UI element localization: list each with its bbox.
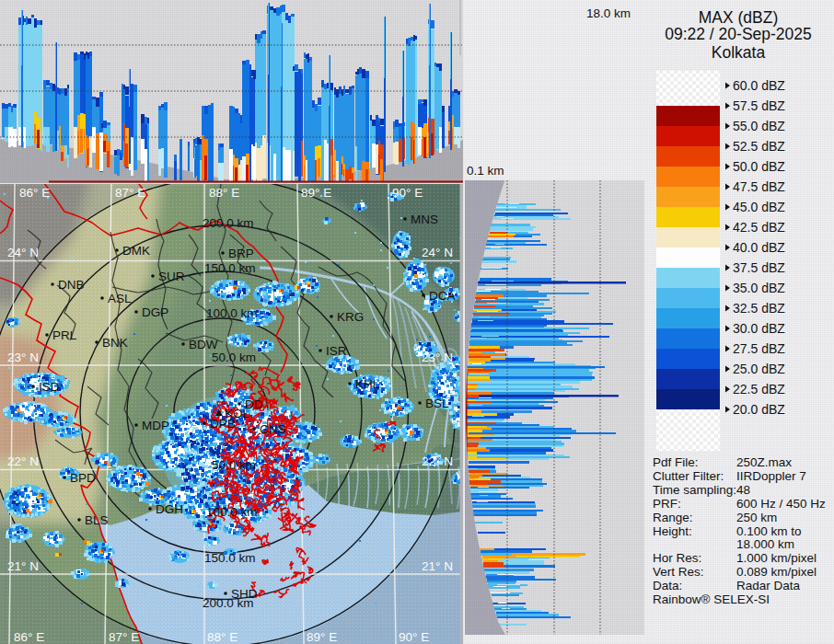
- svg-text:CNS: CNS: [260, 422, 286, 436]
- svg-text:42.5 dBZ: 42.5 dBZ: [733, 220, 785, 235]
- svg-text:30.0 dBZ: 30.0 dBZ: [733, 321, 785, 336]
- svg-text:22.5 dBZ: 22.5 dBZ: [733, 382, 785, 397]
- svg-text:Pdf File:: Pdf File:: [653, 455, 699, 469]
- svg-text:DGP: DGP: [142, 305, 168, 319]
- svg-text:57.5 dBZ: 57.5 dBZ: [733, 98, 785, 113]
- svg-text:Radar Data: Radar Data: [736, 579, 801, 592]
- svg-text:MNS: MNS: [411, 213, 438, 226]
- svg-text:MAX (dBZ): MAX (dBZ): [699, 8, 779, 27]
- svg-text:100.0 km: 100.0 km: [206, 505, 258, 519]
- svg-text:24° N: 24° N: [422, 246, 453, 259]
- svg-text:27.5 dBZ: 27.5 dBZ: [733, 341, 785, 356]
- svg-text:47.5 dBZ: 47.5 dBZ: [733, 179, 785, 194]
- svg-text:BPD: BPD: [70, 471, 96, 485]
- svg-text:87° E: 87° E: [109, 630, 139, 644]
- svg-text:50.0 km: 50.0 km: [212, 458, 256, 472]
- svg-text:Height:: Height:: [653, 524, 692, 538]
- svg-text:250 km: 250 km: [736, 511, 777, 524]
- svg-text:55.0 dBZ: 55.0 dBZ: [733, 119, 785, 133]
- svg-text:PRF:: PRF:: [653, 497, 681, 511]
- svg-text:21° N: 21° N: [7, 559, 39, 573]
- svg-text:DMK: DMK: [122, 244, 150, 258]
- svg-text:60.0 dBZ: 60.0 dBZ: [733, 78, 785, 93]
- svg-text:ISD: ISD: [39, 380, 60, 394]
- svg-text:23° N: 23° N: [7, 351, 39, 364]
- svg-text:1.000 km/pixel: 1.000 km/pixel: [736, 551, 817, 565]
- svg-text:0.1 km: 0.1 km: [467, 164, 504, 178]
- svg-text:PRL: PRL: [52, 328, 77, 342]
- svg-text:23° N: 23° N: [422, 351, 453, 364]
- svg-text:Data:: Data:: [653, 579, 682, 592]
- svg-text:150.0 km: 150.0 km: [204, 551, 256, 565]
- svg-text:24° N: 24° N: [7, 246, 39, 259]
- svg-text:250Z.max: 250Z.max: [736, 455, 792, 469]
- svg-text:18.000 km: 18.000 km: [736, 537, 794, 551]
- svg-text:87° E: 87° E: [115, 186, 145, 200]
- svg-text:KRG: KRG: [337, 310, 364, 324]
- svg-text:ASL: ASL: [108, 292, 132, 305]
- svg-text:DCA: DCA: [429, 289, 456, 303]
- svg-text:200.0 km: 200.0 km: [203, 216, 254, 230]
- svg-text:88° E: 88° E: [207, 630, 237, 644]
- svg-text:86° E: 86° E: [14, 630, 44, 644]
- svg-text:25.0 dBZ: 25.0 dBZ: [733, 362, 785, 376]
- svg-text:Rainbow® SELEX-SI: Rainbow® SELEX-SI: [653, 592, 770, 606]
- svg-text:BNK: BNK: [102, 336, 128, 350]
- svg-text:22° N: 22° N: [7, 454, 39, 468]
- svg-text:37.5 dBZ: 37.5 dBZ: [733, 260, 785, 275]
- svg-text:Clutter Filter:: Clutter Filter:: [653, 469, 724, 483]
- svg-text:200.0 km: 200.0 km: [203, 596, 254, 610]
- svg-text:0.100 km to: 0.100 km to: [736, 524, 802, 538]
- svg-text:600 Hz / 450 Hz: 600 Hz / 450 Hz: [736, 497, 826, 511]
- svg-text:BDW: BDW: [189, 338, 218, 351]
- svg-text:90° E: 90° E: [392, 186, 423, 200]
- svg-text:89° E: 89° E: [301, 186, 331, 200]
- svg-text:IIRDoppler 7: IIRDoppler 7: [736, 469, 806, 483]
- svg-text:32.5 dBZ: 32.5 dBZ: [733, 301, 785, 316]
- svg-text:ISR: ISR: [326, 344, 347, 358]
- svg-text:21° N: 21° N: [422, 559, 453, 573]
- svg-text:KOL: KOL: [225, 407, 250, 420]
- svg-text:SUR: SUR: [158, 270, 185, 283]
- svg-text:09:22 / 20-Sep-2025: 09:22 / 20-Sep-2025: [665, 25, 812, 43]
- svg-text:88° E: 88° E: [209, 186, 239, 200]
- svg-text:45.0 dBZ: 45.0 dBZ: [733, 200, 785, 214]
- svg-text:0.089 km/pixel: 0.089 km/pixel: [736, 565, 817, 579]
- svg-text:Kolkata: Kolkata: [712, 43, 766, 62]
- svg-text:DGH: DGH: [156, 502, 183, 516]
- svg-text:50.0 km: 50.0 km: [212, 351, 256, 364]
- svg-text:Hor Res:: Hor Res:: [653, 551, 701, 565]
- svg-text:KHL: KHL: [355, 377, 380, 391]
- svg-text:DNB: DNB: [58, 278, 85, 292]
- svg-text:22° N: 22° N: [422, 454, 453, 468]
- svg-text:18.0 km: 18.0 km: [586, 6, 631, 20]
- svg-text:20.0 dBZ: 20.0 dBZ: [733, 402, 785, 417]
- svg-text:35.0 dBZ: 35.0 dBZ: [733, 281, 785, 295]
- svg-text:Vert Res:: Vert Res:: [653, 565, 704, 579]
- svg-text:40.0 dBZ: 40.0 dBZ: [733, 240, 785, 255]
- svg-text:90° E: 90° E: [399, 630, 429, 644]
- svg-text:50.0 dBZ: 50.0 dBZ: [733, 159, 785, 174]
- svg-text:89° E: 89° E: [307, 630, 337, 644]
- svg-text:Time sampling:48: Time sampling:48: [653, 483, 750, 497]
- svg-text:150.0 km: 150.0 km: [204, 261, 256, 275]
- svg-text:100.0 km: 100.0 km: [206, 306, 258, 320]
- svg-text:Range:: Range:: [653, 511, 693, 524]
- svg-text:BLS: BLS: [85, 513, 109, 527]
- svg-text:BSL: BSL: [425, 397, 449, 410]
- svg-text:MDP: MDP: [142, 419, 169, 432]
- svg-text:52.5 dBZ: 52.5 dBZ: [733, 139, 785, 154]
- svg-text:BRP: BRP: [228, 247, 254, 260]
- svg-text:86° E: 86° E: [19, 186, 50, 200]
